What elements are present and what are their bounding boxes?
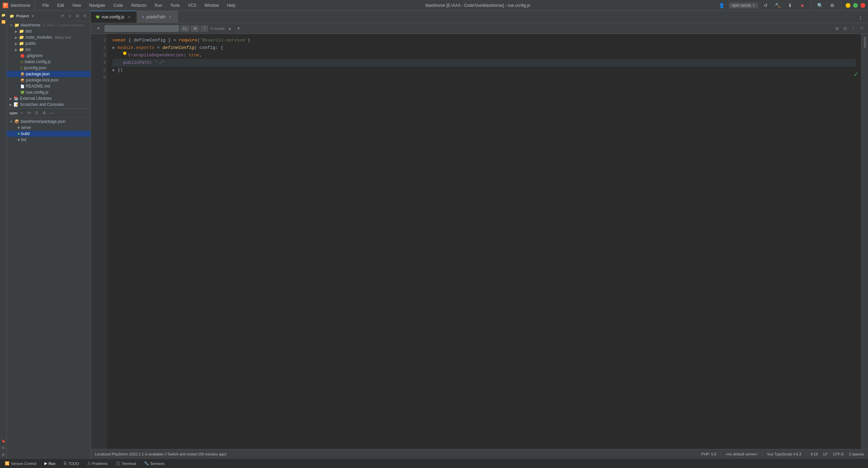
npm-serve[interactable]: serve <box>7 125 91 131</box>
find-regex-btn[interactable]: .* <box>201 25 208 32</box>
structure-activity-icon[interactable]: ⊞ <box>1 452 6 457</box>
close-button[interactable] <box>861 3 865 8</box>
tree-node-modules[interactable]: ▶ 📁 node_modules library root <box>7 34 91 40</box>
run-config-group[interactable]: npm serve ▼ <box>729 2 758 8</box>
npm-settings-icon[interactable]: ⚙ <box>41 110 47 116</box>
find-filter-icon[interactable]: ⊞ <box>833 25 841 32</box>
maximize-button[interactable] <box>853 3 858 8</box>
tree-package-lock[interactable]: 📦 package-lock.json <box>7 77 91 83</box>
readme-label: README.md <box>26 84 50 89</box>
tree-public[interactable]: ▶ 📁 public <box>7 40 91 46</box>
bottom-vcs[interactable]: 🔀 Version Control <box>3 461 38 466</box>
find-funnel-icon[interactable]: ▽ <box>858 25 865 32</box>
tree-dist[interactable]: ▶ 📁 dist <box>7 28 91 34</box>
project-panel-actions: ⟳ ≡ ⚙ ✕ <box>59 13 88 19</box>
find-more-icon[interactable]: ⊟ <box>842 25 849 32</box>
find-settings-icon[interactable]: ⋮ <box>850 25 857 32</box>
project-panel: 📁 Project ▼ ⟳ ≡ ⚙ ✕ ▼ 📁 blackhorse E:\ <box>7 11 91 108</box>
menu-code[interactable]: Code <box>110 2 126 9</box>
npm-refresh-icon[interactable]: ⟳ <box>26 110 32 116</box>
notification-text: Localized PhpStorm 2022.1.1 is available… <box>95 452 226 456</box>
npm-lint[interactable]: lint <box>7 137 91 143</box>
sync-icon[interactable]: ⟳ <box>59 13 65 19</box>
menu-file[interactable]: File <box>39 2 52 9</box>
npm-add-icon[interactable]: + <box>19 110 25 116</box>
menu-refactor[interactable]: Refactor <box>128 2 150 9</box>
find-input[interactable] <box>104 25 179 32</box>
commit-activity-icon[interactable]: 🔀 <box>1 19 6 24</box>
settings-panel-icon[interactable]: ⚙ <box>74 13 80 19</box>
npm-build-dot <box>18 133 20 135</box>
kw-const: const <box>113 37 126 44</box>
profile-icon[interactable]: 👤 <box>717 1 726 10</box>
menu-help[interactable]: Help <box>224 2 239 9</box>
tree-babel[interactable]: ⬡ babel.config.js <box>7 59 91 65</box>
bottom-run[interactable]: ▶ Run <box>42 461 57 466</box>
find-word-btn[interactable]: W <box>191 25 199 32</box>
find-prev-icon[interactable]: ▲ <box>226 25 234 32</box>
menu-vcs[interactable]: VCS <box>184 2 200 9</box>
menu-view[interactable]: View <box>69 2 84 9</box>
tree-readme[interactable]: 📄 README.md <box>7 83 91 89</box>
tree-package-json[interactable]: 📦 package.json <box>7 71 91 77</box>
bottom-todo[interactable]: ☰ TODO <box>61 461 81 466</box>
menu-run[interactable]: Run <box>151 2 165 9</box>
tree-jsconfig[interactable]: {} jsconfig.json <box>7 65 91 71</box>
menu-tools[interactable]: Tools <box>167 2 183 9</box>
code-line-4: publicPath : './' <box>113 59 856 67</box>
npm-package-root[interactable]: ▼ 📦 blackhorse\package.json <box>7 118 91 125</box>
code-line-6 <box>113 74 856 81</box>
bottom-terminal[interactable]: ⬛ Terminal <box>114 461 138 466</box>
rerun-icon[interactable]: ↺ <box>761 1 770 10</box>
tab-more-icon[interactable]: ⋮ <box>856 13 865 23</box>
stop-icon[interactable]: ■ <box>797 1 807 10</box>
tree-gitignore[interactable]: 🔴 .gitignore <box>7 53 91 59</box>
menu-navigate[interactable]: Navigate <box>86 2 108 9</box>
gitignore-label: .gitignore <box>26 53 42 58</box>
menu-bar: File Edit View Navigate Code Refactor Ru… <box>39 2 239 9</box>
vcs-label: Version Control <box>11 462 36 466</box>
build-icon[interactable]: 🔨 <box>773 1 783 10</box>
search-everywhere-icon[interactable]: 🔍 <box>815 1 825 10</box>
status-php[interactable]: PHP: 5.6 <box>700 451 718 457</box>
menu-edit[interactable]: Edit <box>54 2 67 9</box>
project-activity-icon[interactable]: 📁 <box>1 12 6 18</box>
npm-activity-icon[interactable]: N <box>1 445 6 450</box>
dist-chevron: ▶ <box>15 30 18 33</box>
tree-vue-config[interactable]: 💚 vue.config.js <box>7 89 91 95</box>
tree-external-libraries[interactable]: ▶ 📚 External Libraries <box>7 95 91 101</box>
status-encoding[interactable]: UTF-8 <box>832 451 845 457</box>
close-panel-icon[interactable]: ✕ <box>82 13 88 19</box>
minimize-button[interactable] <box>846 3 850 8</box>
bottom-services[interactable]: 🔧 Services <box>142 461 166 466</box>
title-bar-left: P blackhorse File Edit View Navigate Cod… <box>3 1 239 10</box>
find-close-icon[interactable]: ✕ <box>94 24 103 33</box>
code-content[interactable]: const { defineConfig } = require ( '@vue… <box>107 34 861 449</box>
tree-src[interactable]: ▶ 📁 src <box>7 46 91 53</box>
code-editor[interactable]: 1 2 3 4 5 6 const { defineConfig } = req… <box>91 34 868 449</box>
collapse-icon[interactable]: ≡ <box>67 13 73 19</box>
find-next-icon[interactable]: ▼ <box>235 25 242 32</box>
tree-root[interactable]: ▼ 📁 blackhorse E:\AAA - Code\Vue\black <box>7 22 91 28</box>
status-typescript[interactable]: Vue TypeScript 4.6.3 <box>766 451 803 457</box>
settings-icon[interactable]: ⚙ <box>828 1 837 10</box>
tab-public-path[interactable]: ◈ publicPath ✕ <box>137 11 178 23</box>
project-label: Project <box>16 14 29 18</box>
npm-toggle-icon[interactable]: ⇅ <box>34 110 40 116</box>
status-indent[interactable]: 2 spaces <box>848 451 865 457</box>
tab-vue-config[interactable]: 💚 vue.config.js ✕ <box>91 11 137 23</box>
tab-vue-close[interactable]: ✕ <box>126 14 132 20</box>
menu-window[interactable]: Window <box>201 2 222 9</box>
npm-build[interactable]: build <box>7 131 91 137</box>
bookmark-activity-icon[interactable]: 🔖 <box>1 438 6 444</box>
tree-scratches[interactable]: ▶ 📝 Scratches and Consoles <box>7 101 91 108</box>
status-lf[interactable]: LF <box>822 451 829 457</box>
status-server[interactable]: <no default server> <box>724 451 759 457</box>
npm-close-icon[interactable]: — <box>48 110 55 116</box>
tab-path-close[interactable]: ✕ <box>167 14 173 20</box>
bottom-problems[interactable]: ⚠ Problems <box>85 461 110 466</box>
update-icon[interactable]: ⬇ <box>785 1 795 10</box>
find-case-btn[interactable]: Cc <box>180 25 190 32</box>
status-notification[interactable]: Localized PhpStorm 2022.1.1 is available… <box>94 451 228 457</box>
status-line-col[interactable]: 4:19 <box>809 451 819 457</box>
